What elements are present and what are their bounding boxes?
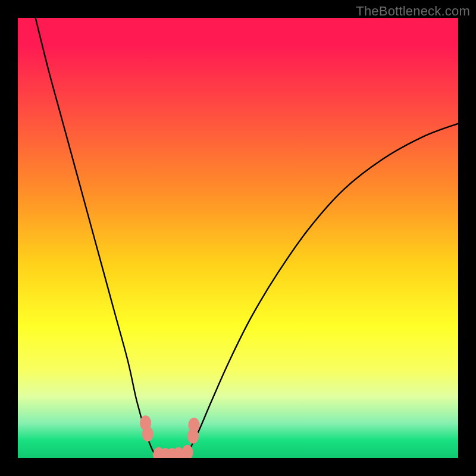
outer-frame: TheBottleneck.com <box>0 0 476 476</box>
series-right-branch <box>185 124 458 456</box>
plot-area <box>18 18 458 458</box>
curve-layer <box>36 18 458 458</box>
marker-layer <box>140 415 200 458</box>
chart-svg <box>18 18 458 458</box>
marker-1 <box>142 427 154 441</box>
series-left-branch <box>36 18 157 456</box>
watermark-text: TheBottleneck.com <box>356 4 470 19</box>
marker-8 <box>188 418 199 433</box>
